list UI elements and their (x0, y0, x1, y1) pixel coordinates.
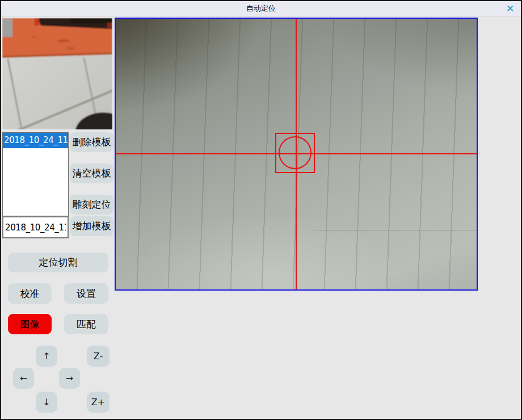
auto-position-dialog: 自动定位 ✕ (0, 0, 522, 420)
image-button-active[interactable]: 图像 (8, 314, 52, 334)
jog-z-minus-button[interactable]: Z- (87, 346, 110, 367)
calibrate-button[interactable]: 校准 (8, 283, 52, 304)
delete-template-button[interactable]: 删除模板 (70, 132, 113, 152)
dialog-title: 自动定位 (246, 3, 276, 14)
arrow-down-icon: ↓ (43, 397, 50, 408)
engrave-position-button[interactable]: 雕刻定位 (70, 195, 113, 215)
template-preview-image (2, 18, 112, 129)
jog-right-button[interactable]: → (59, 368, 80, 389)
settings-button[interactable]: 设置 (64, 283, 108, 304)
position-cut-button[interactable]: 定位切割 (8, 253, 108, 272)
add-template-button[interactable]: 增加模板 (70, 216, 113, 236)
jog-z-plus-button[interactable]: Z+ (87, 392, 110, 413)
clear-template-button[interactable]: 清空模板 (70, 163, 113, 183)
arrow-up-icon: ↑ (43, 351, 50, 362)
jog-up-button[interactable]: ↑ (36, 346, 57, 367)
template-name-input[interactable] (2, 216, 69, 238)
title-bar: 自动定位 ✕ (1, 1, 521, 16)
template-list[interactable]: 2018_10_24_11 (2, 132, 69, 216)
arrow-right-icon: → (66, 373, 73, 384)
template-preview-photo (2, 18, 112, 129)
close-icon: ✕ (506, 3, 514, 14)
close-button[interactable]: ✕ (503, 2, 517, 15)
camera-view[interactable] (115, 18, 478, 291)
match-button[interactable]: 匹配 (64, 314, 108, 334)
template-list-item[interactable]: 2018_10_24_11 (3, 133, 68, 148)
target-circle-overlay (279, 136, 311, 169)
jog-left-button[interactable]: ← (13, 368, 34, 389)
jog-down-button[interactable]: ↓ (36, 392, 57, 413)
arrow-left-icon: ← (20, 373, 27, 384)
